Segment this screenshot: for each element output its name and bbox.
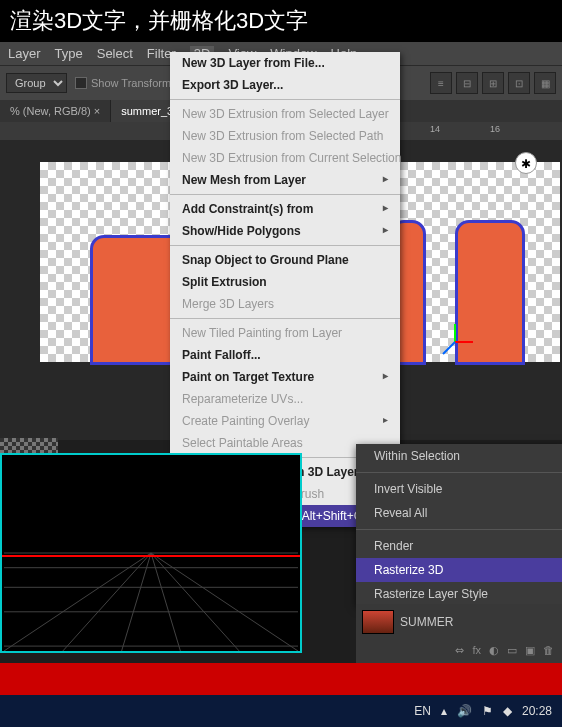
ctx-rasterize-3d[interactable]: Rasterize 3D: [356, 558, 562, 582]
menu-snap-ground[interactable]: Snap Object to Ground Plane: [170, 249, 400, 271]
windows-taskbar: EN ▴ 🔊 ⚑ ◆ 20:28: [0, 695, 562, 727]
perspective-grid-icon: [2, 455, 300, 651]
ctx-reveal-all[interactable]: Reveal All: [356, 501, 562, 525]
ctx-render[interactable]: Render: [356, 534, 562, 558]
menu-painting-overlay: Create Painting Overlay: [170, 410, 400, 432]
menu-ext-layer: New 3D Extrusion from Selected Layer: [170, 103, 400, 125]
menu-new-3d-layer[interactable]: New 3D Layer from File...: [170, 52, 400, 74]
new-layer-icon[interactable]: ▣: [525, 644, 535, 657]
separator: [356, 472, 562, 473]
align-icon[interactable]: ⊞: [482, 72, 504, 94]
ruler-tick: 16: [490, 124, 500, 134]
separator: [170, 245, 400, 246]
info-icon[interactable]: ✱: [515, 152, 537, 174]
horizon-line: [2, 555, 300, 557]
menu-paint-target-texture[interactable]: Paint on Target Texture: [170, 366, 400, 388]
clock[interactable]: 20:28: [522, 704, 552, 718]
volume-icon[interactable]: 🔊: [457, 704, 472, 718]
tray-up-icon[interactable]: ▴: [441, 704, 447, 718]
menu-tiled-painting: New Tiled Painting from Layer: [170, 322, 400, 344]
menu-type[interactable]: Type: [55, 46, 83, 61]
mask-icon[interactable]: ◐: [489, 644, 499, 657]
layer-panel-buttons: ⇔ fx ◐ ▭ ▣ 🗑: [356, 640, 562, 661]
fx-icon[interactable]: fx: [472, 644, 481, 657]
tray-icon[interactable]: ◆: [503, 704, 512, 718]
tray-icon[interactable]: ⚑: [482, 704, 493, 718]
layer-thumbnail-icon: [362, 610, 394, 634]
tutorial-title: 渲染3D文字，并栅格化3D文字: [0, 0, 562, 42]
menu-layer[interactable]: Layer: [8, 46, 41, 61]
separator: [356, 529, 562, 530]
taskbar-red-band: [0, 663, 562, 695]
close-icon[interactable]: ×: [94, 105, 100, 117]
align-icon[interactable]: ⊟: [456, 72, 478, 94]
align-icon[interactable]: ≡: [430, 72, 452, 94]
checkbox-icon: [75, 77, 87, 89]
menu-reparam-uvs: Reparameterize UVs...: [170, 388, 400, 410]
menu-show-hide-polygons[interactable]: Show/Hide Polygons: [170, 220, 400, 242]
layer-name: SUMMER: [400, 615, 453, 629]
menu-ext-selection: New 3D Extrusion from Current Selection: [170, 147, 400, 169]
layers-panel: SUMMER ⇔ fx ◐ ▭ ▣ 🗑: [356, 604, 562, 664]
menu-new-mesh[interactable]: New Mesh from Layer: [170, 169, 400, 191]
tab-doc1[interactable]: % (New, RGB/8) ×: [0, 100, 111, 122]
separator: [170, 318, 400, 319]
menu-select[interactable]: Select: [97, 46, 133, 61]
link-icon[interactable]: ⇔: [455, 644, 464, 657]
lang-indicator[interactable]: EN: [414, 704, 431, 718]
ruler-tick: 14: [430, 124, 440, 134]
menu-export-3d-layer[interactable]: Export 3D Layer...: [170, 74, 400, 96]
mode-icon[interactable]: ▦: [534, 72, 556, 94]
layer-row[interactable]: SUMMER: [356, 604, 562, 640]
menu-split-extrusion[interactable]: Split Extrusion: [170, 271, 400, 293]
ctx-within-selection[interactable]: Within Selection: [356, 444, 562, 468]
context-menu: Within Selection Invert Visible Reveal A…: [356, 444, 562, 606]
separator: [170, 99, 400, 100]
trash-icon[interactable]: 🗑: [543, 644, 554, 657]
menu-add-constraints[interactable]: Add Constraint(s) from: [170, 198, 400, 220]
svg-line-2: [443, 342, 455, 354]
separator: [170, 194, 400, 195]
menu-merge-3d: Merge 3D Layers: [170, 293, 400, 315]
transform-mode-select[interactable]: Group: [6, 73, 67, 93]
menu-paint-falloff[interactable]: Paint Falloff...: [170, 344, 400, 366]
folder-icon[interactable]: ▭: [507, 644, 517, 657]
ctx-invert-visible[interactable]: Invert Visible: [356, 477, 562, 501]
menu-ext-path: New 3D Extrusion from Selected Path: [170, 125, 400, 147]
3d-gizmo-icon[interactable]: [435, 322, 475, 362]
ctx-rasterize-layer-style[interactable]: Rasterize Layer Style: [356, 582, 562, 606]
ground-plane-view[interactable]: [0, 453, 302, 653]
align-toolbar: ≡ ⊟ ⊞ ⊡ ▦: [430, 72, 556, 94]
align-icon[interactable]: ⊡: [508, 72, 530, 94]
